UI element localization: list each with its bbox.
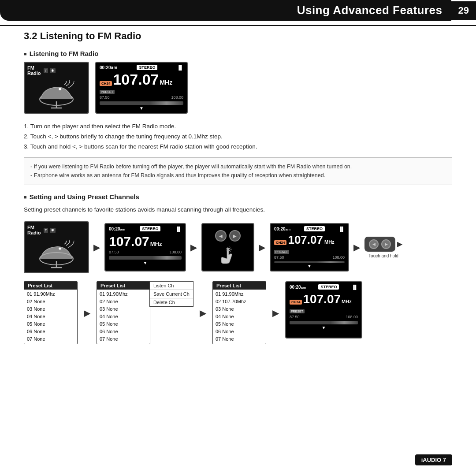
freq-sub-left: 87.50 — [100, 95, 110, 100]
freq-arrow-down-2: ▼ — [109, 260, 182, 265]
arrow-right-5: ▶ — [397, 240, 402, 248]
preset-item-3-0: 01 91.90Mhz — [216, 290, 263, 298]
freq-bar-3 — [274, 261, 345, 263]
battery-icon-3: ▐▌ — [338, 227, 345, 231]
preset-list-header-1: Preset List — [24, 282, 77, 290]
context-listen[interactable]: Listen Ch — [150, 282, 193, 290]
forward-icon: ▶ — [233, 234, 237, 238]
freq-display-screen: 00:20am STEREO ▐▌ CH24 107.07 MHz PRESET… — [95, 62, 188, 114]
freq-stereo-final: STEREO — [318, 284, 339, 290]
preset-list-2-container: Preset List 01 91.90Mhz 02 None 03 None … — [97, 281, 193, 344]
preset-list-screen-3: Preset List 01 91.90Mhz 02 107.70Mhz 03 … — [212, 281, 266, 344]
arrow-1: ▶ — [93, 242, 100, 253]
freq-arrow-down: ▼ — [100, 106, 183, 111]
preset-item-3-5: 06 None — [216, 328, 263, 335]
preset-item-3-6: 07 None — [216, 335, 263, 343]
header-title-bar: Using Advanced Features 29 — [0, 0, 476, 21]
freq-sub-right-2: 108.00 — [169, 250, 182, 254]
freq-number-large: 107.07 — [109, 234, 149, 249]
freq-stereo: STEREO — [137, 65, 157, 70]
back-icon: ◀ — [219, 234, 223, 238]
freq-sub-left-3: 87.50 — [274, 255, 284, 260]
freq-stereo-3: STEREO — [304, 226, 325, 231]
ch-badge-final: CH24 — [290, 300, 302, 305]
section-title: 3.2 Listening to FM Radio — [24, 30, 452, 42]
step-1: 1. Turn on the player and then select th… — [24, 122, 452, 132]
preset-item-2-0: 01 91.90Mhz — [100, 290, 147, 298]
freq-number-final: 107.07 — [303, 292, 341, 306]
freq-time: 00:20am — [100, 65, 117, 70]
arrow-3: ▶ — [259, 242, 265, 253]
preset-item-3-1: 02 107.70Mhz — [216, 298, 263, 305]
preset-intro: Setting preset channels to favorite stat… — [24, 205, 452, 215]
arrow-preset-3: ▶ — [272, 308, 279, 318]
play-buttons: ◀ ▶ — [215, 230, 241, 242]
battery-icon-final: ▐▌ — [352, 285, 358, 290]
freq-sub-right-final: 108.00 — [346, 315, 358, 319]
context-delete[interactable]: Delete Ch — [150, 298, 193, 306]
listening-subsection-heading: Listening to FM Radio — [24, 50, 452, 57]
preset-item-1-5: 06 None — [27, 328, 74, 335]
hold-btn-back: ◀ — [372, 242, 376, 246]
context-menu[interactable]: Listen Ch Save Current Ch Delete Ch — [149, 281, 193, 307]
touch-hold-label: Touch and hold — [368, 253, 398, 258]
arrow-preset-1: ▶ — [84, 308, 90, 318]
listening-screens-row: FMRadio T ✱ — [24, 62, 452, 114]
satellite-dish-icon — [34, 79, 78, 110]
freq-time-final: 00:20am — [290, 285, 306, 290]
page-header: Using Advanced Features 29 — [0, 0, 476, 21]
freq-arrow-down-final: ▼ — [290, 325, 358, 330]
preset-badge-final: PRESET — [290, 309, 305, 313]
preset-item-2-6: 07 None — [100, 335, 147, 343]
svg-point-7 — [59, 247, 61, 250]
preset-item-3-2: 03 None — [216, 305, 263, 313]
preset-list-1-container: Preset List 01 91.90Mhz 02 None 03 None … — [24, 281, 78, 344]
preset-list-header-3: Preset List — [213, 282, 266, 290]
freq-with-label: 00:20am STEREO ▐▌ CH24 107.07 MHz PRESET… — [270, 223, 349, 271]
page-number: 29 — [451, 1, 476, 20]
touch-hand-icon — [219, 245, 237, 264]
fm-title-2: FMRadio — [27, 225, 41, 235]
freq-sub-right-3: 108.00 — [332, 255, 345, 260]
preset-item-2-4: 05 None — [100, 320, 147, 328]
main-content: 3.2 Listening to FM Radio Listening to F… — [0, 30, 476, 344]
context-save[interactable]: Save Current Ch — [150, 290, 193, 298]
fm-icon-t: T — [44, 68, 48, 73]
freq-screen-2: 00:20am STEREO ▐▌ 107.07 MHz 87.50 108.0… — [104, 223, 186, 271]
battery-icon-2: ▐▌ — [175, 227, 182, 231]
preset-list-items-2: 01 91.90Mhz 02 None 03 None 04 None 05 N… — [97, 290, 150, 344]
arrow-preset-2: ▶ — [200, 308, 206, 318]
preset-subsection-heading: Setting and Using Preset Channels — [24, 193, 452, 201]
ch-badge: CH24 — [100, 81, 112, 86]
preset-item-1-2: 03 None — [27, 305, 74, 313]
step-3: 3. Touch and hold <, > buttons scan for … — [24, 142, 452, 152]
preset-item-1-6: 07 None — [27, 335, 74, 343]
fm-device-screen: FMRadio T ✱ — [24, 62, 89, 114]
freq-bar-2 — [109, 256, 182, 260]
fm-icon-star: ✱ — [50, 68, 56, 73]
preset-list-row: Preset List 01 91.90Mhz 02 None 03 None … — [24, 281, 452, 344]
preset-item-2-1: 02 None — [100, 298, 147, 305]
freq-unit: MHz — [160, 79, 172, 86]
ch-badge-2: CH24 — [274, 240, 286, 245]
freq-stereo-2: STEREO — [140, 226, 160, 231]
preset-item-1-4: 05 None — [27, 320, 74, 328]
preset-fm-device-screen: FMRadio T ✱ — [24, 221, 89, 273]
freq-unit-2: MHz — [150, 241, 162, 247]
freq-screen-3: 00:20am STEREO ▐▌ CH24 107.07 MHz PRESET… — [270, 223, 349, 271]
footer-badge: iAUDIO 7 — [415, 454, 452, 465]
preset-list-3-container: Preset List 01 91.90Mhz 02 107.70Mhz 03 … — [212, 281, 266, 344]
preset-list-items-3: 01 91.90Mhz 02 107.70Mhz 03 None 04 None… — [213, 290, 266, 344]
freq-unit-3: MHz — [324, 239, 335, 245]
freq-arrow-down-3: ▼ — [274, 264, 345, 268]
freq-sub-left-final: 87.50 — [290, 315, 300, 319]
preset-list-screen-2: Preset List 01 91.90Mhz 02 None 03 None … — [97, 281, 150, 344]
page-title: Using Advanced Features — [0, 0, 451, 21]
hold-button-graphic: ◀ ▶ — [364, 237, 395, 252]
preset-list-items-1: 01 91.90Mhz 02 None 03 None 04 None 05 N… — [24, 290, 77, 344]
preset-badge: PRESET — [100, 90, 115, 94]
preset-list-screen-1: Preset List 01 91.90Mhz 02 None 03 None … — [24, 281, 78, 344]
preset-item-1-1: 02 None — [27, 298, 74, 305]
preset-item-1-3: 04 None — [27, 313, 74, 320]
fm-icon-star2: ✱ — [50, 228, 56, 233]
